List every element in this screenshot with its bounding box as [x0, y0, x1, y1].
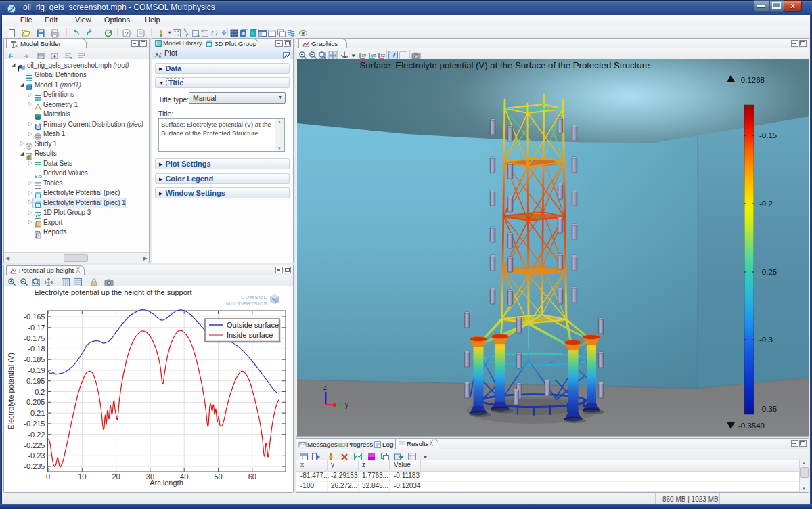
svg-text:-0.195: -0.195	[24, 377, 45, 385]
svg-text:-0.25: -0.25	[759, 268, 777, 276]
svg-text:-0.205: -0.205	[24, 398, 45, 406]
svg-text:Inside surface: Inside surface	[227, 331, 273, 339]
svg-text:-0.235: -0.235	[24, 462, 45, 470]
svg-text:-0.35: -0.35	[759, 405, 777, 413]
svg-text:Outside surface: Outside surface	[227, 321, 279, 329]
svg-text:50: 50	[214, 472, 222, 481]
svg-text:-0.225: -0.225	[24, 441, 45, 449]
svg-text:y: y	[345, 401, 348, 409]
svg-text:-0.18: -0.18	[28, 345, 45, 353]
svg-text:-0.19: -0.19	[28, 366, 45, 374]
svg-text:-0.3: -0.3	[759, 336, 773, 344]
svg-text:-0.21: -0.21	[28, 409, 45, 417]
svg-text:-0.2: -0.2	[759, 200, 773, 208]
svg-text:?: ?	[125, 30, 129, 37]
svg-text:-0.2: -0.2	[32, 388, 45, 396]
svg-text:-0.1268: -0.1268	[738, 76, 765, 84]
svg-text:-0.185: -0.185	[24, 355, 45, 363]
svg-text:xy: xy	[362, 53, 367, 58]
svg-text:0: 0	[46, 472, 50, 481]
svg-text:Electrolyte potential (V): Electrolyte potential (V)	[7, 353, 15, 430]
svg-text:Arc length: Arc length	[150, 479, 183, 487]
svg-text:10: 10	[78, 472, 86, 481]
svg-text:60: 60	[248, 472, 256, 481]
svg-text:MULTIPHYSICS: MULTIPHYSICS	[226, 301, 267, 307]
svg-text:COMSOL: COMSOL	[241, 294, 267, 301]
svg-text:-0.17: -0.17	[28, 324, 45, 332]
svg-text:20: 20	[112, 472, 120, 481]
svg-text:xz: xz	[381, 53, 386, 58]
svg-text:Surface: Electrolyte potential: Surface: Electrolyte potential (V) at th…	[360, 60, 650, 70]
svg-text:z: z	[323, 384, 327, 391]
svg-text:-0.15: -0.15	[759, 131, 777, 139]
svg-text:Electrolyte potential up the h: Electrolyte potential up the height of t…	[35, 288, 192, 296]
svg-text:-0.3549: -0.3549	[738, 422, 765, 430]
svg-text:-0.23: -0.23	[28, 451, 45, 460]
svg-text:-0.165: -0.165	[24, 313, 45, 321]
svg-text:-0.22: -0.22	[28, 430, 45, 439]
svg-text:-0.215: -0.215	[24, 420, 45, 428]
svg-text:x: x	[338, 401, 342, 409]
svg-text:yz: yz	[371, 53, 376, 58]
svg-text:-0.175: -0.175	[24, 334, 45, 342]
